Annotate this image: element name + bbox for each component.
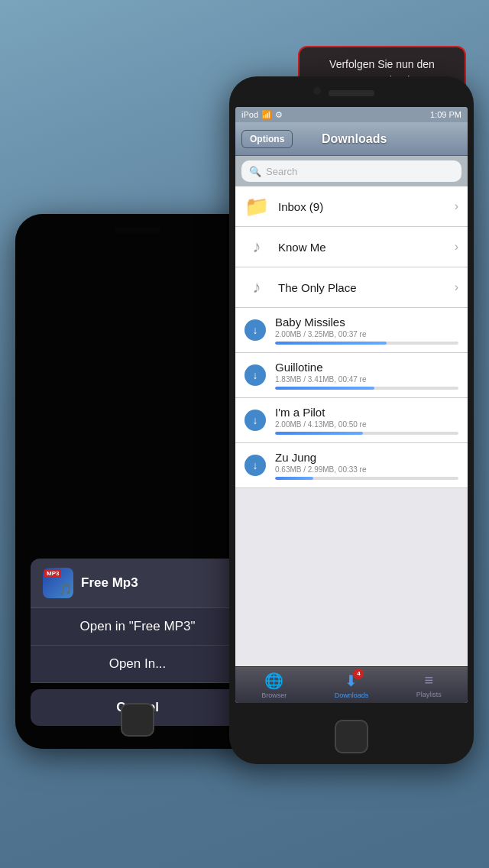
- wifi-icon: 📶: [261, 110, 272, 120]
- nav-title: Downloads: [322, 132, 387, 146]
- app-name: Free Mp3: [81, 575, 138, 591]
- chevron-right-icon: ›: [455, 199, 458, 213]
- list-item-zu-jung-text: Zu Jung 0.63MB / 2.99MB, 00:33 re: [275, 451, 458, 480]
- carrier-label: iPod: [241, 110, 258, 119]
- pilot-meta: 2.00MB / 4.13MB, 00:50 re: [275, 420, 458, 429]
- chevron-right-icon-3: ›: [455, 280, 458, 294]
- zu-jung-name: Zu Jung: [275, 451, 458, 464]
- tab-playlists-label: Playlists: [416, 691, 442, 698]
- list-item-baby-missiles-text: Baby Missiles 2.00MB / 3.25MB, 00:37 re: [275, 316, 458, 345]
- list-item-only-place-text: The Only Place: [278, 281, 445, 294]
- options-button[interactable]: Options: [241, 130, 293, 148]
- list-item-inbox[interactable]: 📁 Inbox (9) ›: [235, 186, 468, 227]
- search-bar: 🔍 Search: [235, 156, 468, 186]
- music-note-icon-know: ♪: [244, 235, 269, 259]
- guillotine-meta: 1.83MB / 3.41MB, 00:47 re: [275, 375, 458, 384]
- baby-missiles-meta: 2.00MB / 3.25MB, 00:37 re: [275, 330, 458, 338]
- tab-browser[interactable]: 🌐 Browser: [235, 672, 313, 699]
- home-button-left[interactable]: [121, 703, 154, 737]
- action-sheet-header: MP3 🎵 Free Mp3: [31, 559, 244, 608]
- list-item-pilot[interactable]: ↓ I'm a Pilot 2.00MB / 4.13MB, 00:50 re: [235, 398, 468, 443]
- app-icon: MP3 🎵: [43, 568, 73, 598]
- list-item-know-me[interactable]: ♪ Know Me ›: [235, 227, 468, 267]
- search-input[interactable]: 🔍 Search: [241, 160, 461, 182]
- baby-missiles-name: Baby Missiles: [275, 316, 458, 329]
- open-in-button[interactable]: Open In...: [31, 646, 244, 683]
- zu-jung-meta: 0.63MB / 2.99MB, 00:33 re: [275, 465, 458, 474]
- download-arrow-baby: ↓: [244, 319, 266, 341]
- tab-bar: 🌐 Browser ⬇ 4 Downloads ≡ Playlists: [235, 666, 468, 703]
- tab-browser-label: Browser: [261, 691, 287, 699]
- mp3-label: MP3: [44, 569, 61, 578]
- phone-speaker-right: [329, 90, 374, 96]
- inbox-name: Inbox (9): [278, 200, 445, 213]
- list-item-guillotine-text: Guillotine 1.83MB / 3.41MB, 00:47 re: [275, 361, 458, 390]
- phone-left: MP3 🎵 Free Mp3 Open in "Free MP3" Open I…: [15, 214, 260, 749]
- only-place-name: The Only Place: [278, 281, 445, 294]
- list-item-only-place[interactable]: ♪ The Only Place ›: [235, 267, 468, 308]
- search-placeholder: Search: [266, 166, 297, 177]
- pilot-name: I'm a Pilot: [275, 406, 458, 419]
- action-sheet: MP3 🎵 Free Mp3 Open in "Free MP3" Open I…: [31, 559, 244, 726]
- know-me-name: Know Me: [278, 241, 445, 254]
- music-note-icon: 🎵: [59, 583, 72, 595]
- folder-icon: 📁: [244, 194, 269, 219]
- baby-missiles-progress-bg: [275, 342, 458, 345]
- list-item-guillotine[interactable]: ↓ Guillotine 1.83MB / 3.41MB, 00:47 re: [235, 353, 468, 398]
- loading-icon: ⚙: [275, 110, 283, 120]
- zu-jung-progress-fill: [275, 477, 313, 480]
- list-item-zu-jung[interactable]: ↓ Zu Jung 0.63MB / 2.99MB, 00:33 re: [235, 443, 468, 488]
- nav-bar: Options Downloads: [235, 122, 468, 156]
- guillotine-name: Guillotine: [275, 361, 458, 374]
- phone-right: iPod 📶 ⚙ 1:09 PM Options Downloads 🔍 Sea…: [229, 76, 474, 764]
- status-left: iPod 📶 ⚙: [241, 110, 283, 120]
- list-item-inbox-text: Inbox (9): [278, 200, 445, 213]
- list-item-know-me-text: Know Me: [278, 241, 445, 254]
- chevron-right-icon-2: ›: [455, 240, 458, 254]
- zu-jung-progress-bg: [275, 477, 458, 480]
- downloads-badge: 4: [353, 669, 364, 679]
- browser-icon: 🌐: [264, 672, 283, 690]
- status-time: 1:09 PM: [430, 110, 461, 119]
- guillotine-progress-fill: [275, 387, 374, 390]
- music-note-icon-place: ♪: [244, 275, 269, 300]
- list-item-pilot-text: I'm a Pilot 2.00MB / 4.13MB, 00:50 re: [275, 406, 458, 435]
- playlists-icon: ≡: [424, 672, 433, 689]
- tab-playlists[interactable]: ≡ Playlists: [390, 672, 468, 698]
- download-arrow-guillotine: ↓: [244, 364, 266, 386]
- downloads-list: 📁 Inbox (9) › ♪ Know Me › ♪: [235, 186, 468, 666]
- guillotine-progress-bg: [275, 387, 458, 390]
- open-in-app-button[interactable]: Open in "Free MP3": [31, 608, 244, 646]
- download-arrow-pilot: ↓: [244, 410, 266, 431]
- action-sheet-container: MP3 🎵 Free Mp3 Open in "Free MP3" Open I…: [15, 214, 260, 749]
- baby-missiles-progress-fill: [275, 342, 387, 345]
- status-bar: iPod 📶 ⚙ 1:09 PM: [235, 107, 468, 122]
- search-icon: 🔍: [249, 166, 261, 177]
- home-button-right[interactable]: [335, 720, 368, 753]
- downloads-icon: ⬇ 4: [345, 672, 358, 690]
- tab-downloads[interactable]: ⬇ 4 Downloads: [313, 672, 390, 699]
- downloads-screen: iPod 📶 ⚙ 1:09 PM Options Downloads 🔍 Sea…: [235, 107, 468, 703]
- pilot-progress-fill: [275, 432, 363, 435]
- tab-downloads-label: Downloads: [335, 691, 369, 699]
- pilot-progress-bg: [275, 432, 458, 435]
- download-arrow-zu-jung: ↓: [244, 455, 266, 476]
- phone-camera: [313, 87, 321, 95]
- list-item-baby-missiles[interactable]: ↓ Baby Missiles 2.00MB / 3.25MB, 00:37 r…: [235, 308, 468, 353]
